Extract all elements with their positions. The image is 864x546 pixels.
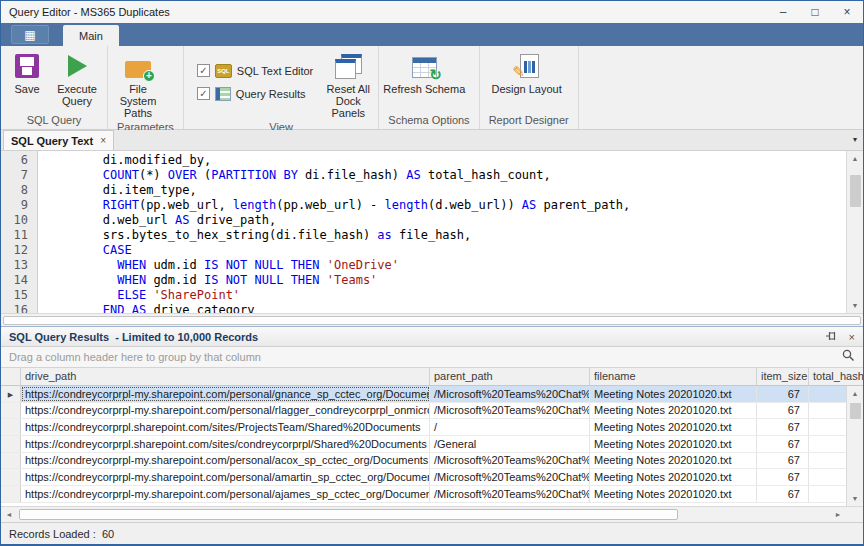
row-indicator[interactable] (1, 436, 21, 452)
grid-cell-filename[interactable]: Meeting Notes 20201020.txt (590, 453, 757, 469)
grid-cell-filename[interactable]: Meeting Notes 20201020.txt (590, 403, 757, 419)
grid-cell-filename[interactable]: Meeting Notes 20201020.txt (590, 486, 757, 502)
grid-cell-parent_path[interactable]: / (430, 419, 590, 435)
search-icon[interactable] (842, 348, 855, 366)
grid-cell-total_hash[interactable] (809, 486, 846, 502)
row-indicator[interactable] (1, 403, 21, 419)
table-row[interactable]: https://condreycorprpl.sharepoint.com/si… (1, 419, 846, 436)
group-by-panel[interactable]: Drag a column header here to group by th… (1, 347, 863, 368)
table-row[interactable]: ▶https://condreycorprpl-my.sharepoint.co… (1, 386, 846, 403)
grid-cell-parent_path[interactable]: /Microsoft%20Teams%20Chat%20Files (430, 469, 590, 485)
grid-cell-item_size[interactable]: 67 (757, 386, 809, 402)
code-line[interactable]: 9 RIGHT(pp.web_url, length(pp.web_url) -… (1, 198, 846, 213)
row-indicator[interactable] (1, 486, 21, 502)
editor-vertical-scrollbar[interactable]: ▲ ▼ (846, 151, 863, 313)
code-line[interactable]: 13 WHEN udm.id IS NOT NULL THEN 'OneDriv… (1, 258, 846, 273)
grid-cell-drive_path[interactable]: https://condreycorprpl-my.sharepoint.com… (21, 469, 430, 485)
code-line[interactable]: 15 ELSE 'SharePoint' (1, 288, 846, 303)
panel-close-icon[interactable]: × (849, 331, 855, 343)
grid-cell-parent_path[interactable]: /General (430, 436, 590, 452)
query-results-checkbox[interactable]: ✓ Query Results (197, 87, 313, 101)
row-marker-icon[interactable]: ▶ (1, 386, 21, 402)
code-line[interactable]: 16 END AS drive_category (1, 303, 846, 313)
grid-cell-parent_path[interactable]: /Microsoft%20Teams%20Chat%20Files (430, 486, 590, 502)
code-line[interactable]: 12 CASE (1, 243, 846, 258)
tab-main[interactable]: Main (63, 25, 119, 46)
scroll-right-icon[interactable]: ► (830, 511, 846, 518)
scroll-down-icon[interactable]: ▼ (847, 491, 863, 506)
grid-scroll-thumb[interactable] (850, 403, 861, 419)
editor-horizontal-scrollbar[interactable] (1, 313, 863, 326)
save-button[interactable]: Save (4, 49, 50, 112)
scroll-left-icon[interactable]: ◄ (1, 511, 17, 518)
grid-cell-item_size[interactable]: 67 (757, 403, 809, 419)
grid-cell-total_hash[interactable] (809, 453, 846, 469)
grid-cell-drive_path[interactable]: https://condreycorprpl.sharepoint.com/si… (21, 419, 430, 435)
grid-cell-drive_path[interactable]: https://condreycorprpl-my.sharepoint.com… (21, 386, 430, 402)
pin-icon[interactable] (825, 328, 837, 346)
scroll-up-icon[interactable]: ▲ (847, 386, 863, 401)
refresh-schema-button[interactable]: ↻ Refresh Schema (382, 49, 466, 112)
table-row[interactable]: https://condreycorprpl-my.sharepoint.com… (1, 486, 846, 503)
code-line[interactable]: 14 WHEN gdm.id IS NOT NULL THEN 'Teams' (1, 273, 846, 288)
code-line[interactable]: 8 di.item_type, (1, 183, 846, 198)
table-row[interactable]: https://condreycorprpl-my.sharepoint.com… (1, 403, 846, 420)
row-indicator[interactable] (1, 453, 21, 469)
grid-hscroll-thumb[interactable] (19, 509, 678, 520)
grid-cell-total_hash[interactable] (809, 436, 846, 452)
table-row[interactable]: https://condreycorprpl-my.sharepoint.com… (1, 453, 846, 470)
code-line[interactable]: 11 srs.bytes_to_hex_string(di.file_hash)… (1, 228, 846, 243)
code-line[interactable]: 6 di.modified_by, (1, 153, 846, 168)
column-header-parent_path[interactable]: parent_path (430, 368, 590, 385)
editor-scroll-thumb[interactable] (850, 175, 861, 207)
chevron-down-icon[interactable]: ▾ (853, 135, 863, 150)
table-row[interactable]: https://condreycorprpl-my.sharepoint.com… (1, 469, 846, 486)
grid-cell-item_size[interactable]: 67 (757, 419, 809, 435)
grid-cell-drive_path[interactable]: https://condreycorprpl.sharepoint.com/si… (21, 436, 430, 452)
minimize-button[interactable]: – (767, 1, 799, 23)
file-system-paths-button[interactable]: + File System Paths (111, 49, 165, 119)
grid-cell-parent_path[interactable]: /Microsoft%20Teams%20Chat%20Files (430, 453, 590, 469)
editor-hscroll-thumb[interactable] (3, 316, 861, 325)
grid-cell-parent_path[interactable]: /Microsoft%20Teams%20Chat%20Files (430, 403, 590, 419)
grid-cell-total_hash[interactable] (809, 403, 846, 419)
grid-cell-filename[interactable]: Meeting Notes 20201020.txt (590, 386, 757, 402)
sql-text-editor[interactable]: 6 di.modified_by,7 COUNT(*) OVER (PARTIT… (1, 151, 863, 313)
code-line[interactable]: 7 COUNT(*) OVER (PARTITION BY di.file_ha… (1, 168, 846, 183)
grid-cell-filename[interactable]: Meeting Notes 20201020.txt (590, 419, 757, 435)
maximize-button[interactable]: □ (799, 1, 831, 23)
code-line[interactable]: 10 d.web_url AS drive_path, (1, 213, 846, 228)
grid-cell-total_hash[interactable] (809, 419, 846, 435)
row-indicator[interactable] (1, 419, 21, 435)
grid-cell-drive_path[interactable]: https://condreycorprpl-my.sharepoint.com… (21, 486, 430, 502)
row-indicator[interactable] (1, 469, 21, 485)
grid-horizontal-scrollbar[interactable]: ◄ ► (1, 506, 863, 522)
grid-cell-total_hash[interactable] (809, 386, 846, 402)
grid-cell-filename[interactable]: Meeting Notes 20201020.txt (590, 469, 757, 485)
grid-cell-drive_path[interactable]: https://condreycorprpl-my.sharepoint.com… (21, 403, 430, 419)
grid-cell-item_size[interactable]: 67 (757, 469, 809, 485)
grid-cell-total_hash[interactable] (809, 469, 846, 485)
scroll-down-icon[interactable]: ▼ (847, 298, 863, 313)
reset-dock-panels-button[interactable]: Reset All Dock Panels (321, 49, 375, 119)
tab-close-icon[interactable]: × (100, 135, 106, 146)
close-button[interactable]: × (831, 1, 863, 23)
grid-cell-item_size[interactable]: 67 (757, 453, 809, 469)
grid-cell-item_size[interactable]: 67 (757, 436, 809, 452)
grid-cell-filename[interactable]: Meeting Notes 20201020.txt (590, 436, 757, 452)
grid-cell-item_size[interactable]: 67 (757, 486, 809, 502)
column-header-item_size[interactable]: item_size (757, 368, 809, 385)
sql-text-editor-checkbox[interactable]: ✓ SQL SQL Text Editor (197, 64, 313, 78)
grid-vertical-scrollbar[interactable]: ▲ ▼ (846, 386, 863, 506)
column-header-total_hash[interactable]: total_hash (809, 368, 863, 385)
column-header-filename[interactable]: filename (590, 368, 757, 385)
tab-sql-query-text[interactable]: SQL Query Text × (3, 130, 114, 150)
table-row[interactable]: https://condreycorprpl.sharepoint.com/si… (1, 436, 846, 453)
grid-cell-drive_path[interactable]: https://condreycorprpl-my.sharepoint.com… (21, 453, 430, 469)
execute-query-button[interactable]: Execute Query (50, 49, 104, 112)
design-layout-button[interactable]: ✎ Design Layout (483, 49, 571, 112)
app-menu-button[interactable]: ▦ (11, 25, 49, 44)
grid-cell-parent_path[interactable]: /Microsoft%20Teams%20Chat%20Files (430, 386, 590, 402)
scroll-up-icon[interactable]: ▲ (847, 151, 863, 166)
column-header-drive_path[interactable]: drive_path (21, 368, 430, 385)
